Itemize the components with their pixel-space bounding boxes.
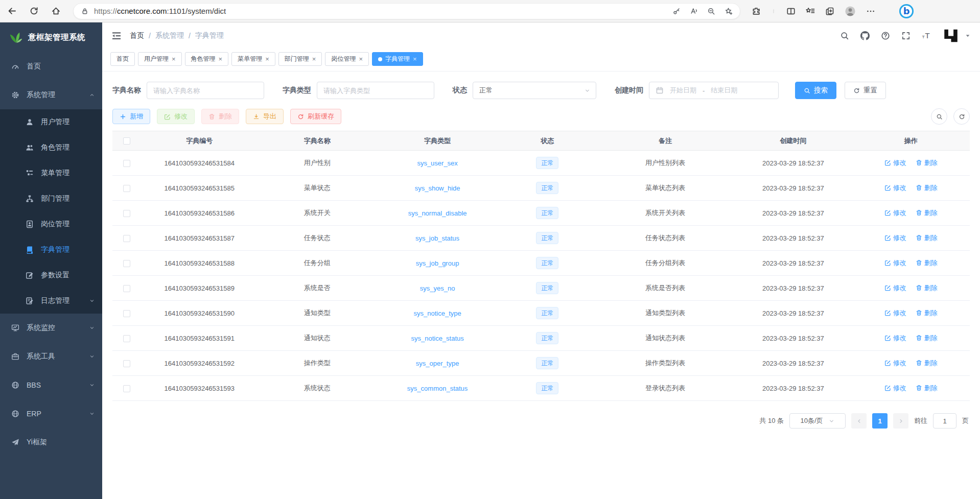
row-checkbox[interactable]: [123, 210, 130, 217]
more-icon[interactable]: [866, 7, 875, 16]
help-icon[interactable]: [881, 31, 890, 40]
date-range-picker[interactable]: 开始日期 - 结束日期: [649, 82, 779, 99]
delete-row-link[interactable]: 删除: [916, 384, 938, 393]
row-checkbox[interactable]: [123, 335, 130, 342]
dict-name-input[interactable]: [147, 82, 264, 99]
edit-row-link[interactable]: 修改: [884, 334, 906, 343]
close-tab-icon[interactable]: ×: [219, 56, 223, 62]
sidebar-item-system-tools[interactable]: 系统工具: [0, 342, 102, 371]
edit-row-link[interactable]: 修改: [884, 208, 906, 218]
breadcrumb-item[interactable]: 首页: [130, 31, 144, 40]
修改-button[interactable]: 修改: [157, 109, 195, 124]
delete-row-link[interactable]: 删除: [916, 183, 938, 193]
home-icon[interactable]: [51, 6, 61, 16]
sidebar-item-dict-mgmt[interactable]: 字典管理: [0, 237, 102, 263]
sidebar-item-user-mgmt[interactable]: 用户管理: [0, 109, 102, 135]
sidebar-item-home[interactable]: 首页: [0, 52, 102, 81]
sidebar-item-bbs[interactable]: BBS: [0, 371, 102, 399]
status-select[interactable]: 正常: [473, 82, 596, 99]
close-tab-icon[interactable]: ×: [359, 56, 363, 62]
edit-row-link[interactable]: 修改: [884, 283, 906, 293]
yi-logo-icon[interactable]: [942, 27, 960, 44]
row-checkbox[interactable]: [123, 160, 130, 167]
sidebar-item-menu-mgmt[interactable]: 菜单管理: [0, 160, 102, 186]
dict-type-link[interactable]: sys_notice_type: [414, 310, 461, 317]
dict-type-link[interactable]: sys_show_hide: [415, 184, 460, 192]
删除-button[interactable]: 删除: [201, 109, 239, 124]
refresh-circle-button[interactable]: [953, 108, 970, 125]
collections-icon[interactable]: [825, 7, 834, 16]
delete-row-link[interactable]: 删除: [916, 359, 938, 368]
split-screen-icon[interactable]: [786, 7, 796, 16]
delete-row-link[interactable]: 删除: [916, 208, 938, 218]
tab-菜单管理[interactable]: 菜单管理×: [231, 52, 275, 66]
edit-row-link[interactable]: 修改: [884, 258, 906, 268]
dict-type-link[interactable]: sys_job_status: [415, 234, 459, 242]
delete-row-link[interactable]: 删除: [916, 158, 938, 168]
close-tab-icon[interactable]: ×: [312, 56, 316, 62]
fullscreen-icon[interactable]: [901, 31, 911, 40]
search-icon[interactable]: [840, 31, 849, 40]
favorites-bar-icon[interactable]: [806, 7, 815, 16]
sidebar-item-system-mgmt[interactable]: 系统管理: [0, 81, 102, 109]
caret-down-icon[interactable]: [965, 33, 971, 39]
row-checkbox[interactable]: [123, 360, 130, 367]
search-button[interactable]: 搜索: [795, 82, 836, 99]
prev-page-button[interactable]: [851, 413, 867, 429]
刷新缓存-button[interactable]: 刷新缓存: [290, 109, 341, 124]
row-checkbox[interactable]: [123, 310, 130, 317]
tab-角色管理[interactable]: 角色管理×: [185, 52, 229, 66]
sidebar-item-log-mgmt[interactable]: 日志管理: [0, 288, 102, 314]
dict-type-link[interactable]: sys_common_status: [407, 385, 468, 392]
github-icon[interactable]: [860, 31, 870, 40]
delete-row-link[interactable]: 删除: [916, 233, 938, 243]
sidebar-item-post-mgmt[interactable]: 岗位管理: [0, 211, 102, 237]
row-checkbox[interactable]: [123, 260, 130, 267]
dict-type-link[interactable]: sys_oper_type: [416, 360, 459, 367]
extensions-icon[interactable]: [752, 7, 761, 16]
text-size-icon[interactable]: тT: [922, 31, 931, 40]
dict-type-link[interactable]: sys_normal_disable: [408, 209, 467, 217]
tab-岗位管理[interactable]: 岗位管理×: [325, 52, 369, 66]
dict-type-link[interactable]: sys_user_sex: [417, 159, 457, 167]
select-all-checkbox[interactable]: [123, 137, 130, 145]
sidebar-item-dept-mgmt[interactable]: 部门管理: [0, 186, 102, 211]
read-aloud-icon[interactable]: [690, 7, 698, 15]
sidebar-item-role-mgmt[interactable]: 角色管理: [0, 135, 102, 160]
reload-icon[interactable]: [29, 6, 39, 16]
edit-row-link[interactable]: 修改: [884, 384, 906, 393]
row-checkbox[interactable]: [123, 285, 130, 292]
back-icon[interactable]: [7, 6, 17, 16]
zoom-out-icon[interactable]: [707, 7, 715, 15]
row-checkbox[interactable]: [123, 385, 130, 392]
edit-row-link[interactable]: 修改: [884, 233, 906, 243]
page-1-button[interactable]: 1: [872, 413, 888, 429]
sidebar-item-param-settings[interactable]: 参数设置: [0, 263, 102, 288]
dict-type-input[interactable]: [317, 82, 434, 99]
delete-row-link[interactable]: 删除: [916, 258, 938, 268]
next-page-button[interactable]: [893, 413, 908, 429]
collapse-sidebar-icon[interactable]: [111, 31, 122, 41]
tab-字典管理[interactable]: 字典管理×: [372, 52, 423, 66]
close-tab-icon[interactable]: ×: [413, 56, 417, 62]
dict-type-link[interactable]: sys_notice_status: [411, 335, 463, 342]
reset-button[interactable]: 重置: [845, 82, 886, 99]
tab-首页[interactable]: 首页: [110, 52, 135, 66]
tab-用户管理[interactable]: 用户管理×: [138, 52, 182, 66]
新增-button[interactable]: 新增: [112, 109, 150, 124]
delete-row-link[interactable]: 删除: [916, 283, 938, 293]
sidebar-item-erp[interactable]: ERP: [0, 399, 102, 428]
page-size-select[interactable]: 10条/页: [789, 413, 846, 429]
key-icon[interactable]: [672, 7, 681, 15]
dict-type-link[interactable]: sys_job_group: [416, 259, 459, 267]
profile-avatar-icon[interactable]: [845, 6, 856, 17]
delete-row-link[interactable]: 删除: [916, 308, 938, 318]
search-circle-button[interactable]: [931, 108, 947, 125]
delete-row-link[interactable]: 删除: [916, 334, 938, 343]
bing-icon[interactable]: b: [899, 4, 914, 19]
edit-row-link[interactable]: 修改: [884, 308, 906, 318]
row-checkbox[interactable]: [123, 185, 130, 192]
sidebar-item-system-monitor[interactable]: 系统监控: [0, 314, 102, 342]
address-bar[interactable]: https://ccnetcore.com:1101/system/dict: [73, 3, 740, 19]
sidebar-item-yi-framework[interactable]: Yi框架: [0, 428, 102, 457]
